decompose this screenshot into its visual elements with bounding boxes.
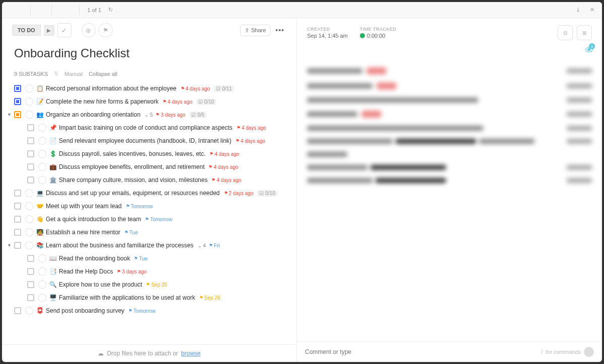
due-flag[interactable]: ⚑4 days ago [236, 138, 265, 144]
task-checkbox[interactable] [27, 163, 34, 170]
task-checkbox[interactable] [14, 98, 21, 105]
task-checkbox[interactable] [27, 294, 34, 301]
task-row[interactable]: 🏛️Share company culture, mission, and vi… [2, 173, 296, 187]
assignee-icon[interactable] [38, 267, 46, 276]
task-row[interactable]: 📖Read the onboarding book⚑Tue [2, 252, 296, 265]
minimize-icon[interactable]: ⤓ [572, 4, 584, 16]
due-flag[interactable]: ⚑4 days ago [211, 177, 241, 183]
task-row[interactable]: 📑Read the Help Docs⚑3 days ago [2, 265, 296, 278]
play-icon[interactable] [360, 33, 365, 38]
task-row[interactable]: 🧑‍🏫Establish a new hire mentor⚑Tue [2, 226, 296, 239]
task-row[interactable]: 👋Get a quick introduction to the team⚑To… [2, 213, 296, 226]
assignee-icon[interactable] [38, 281, 46, 289]
assignee-icon[interactable] [38, 294, 46, 302]
task-checkbox[interactable] [14, 216, 21, 223]
send-icon[interactable] [584, 347, 594, 357]
due-flag[interactable]: ⚑3 days ago [156, 112, 185, 118]
due-flag[interactable]: ⚑4 days ago [237, 125, 266, 131]
task-checkbox[interactable] [14, 203, 21, 210]
comment-box[interactable]: / for commands [297, 341, 602, 362]
assignee-icon[interactable] [25, 189, 33, 197]
activity-icon[interactable]: ⊟ [558, 25, 573, 40]
assignee-icon[interactable] [25, 84, 33, 93]
task-checkbox[interactable] [27, 281, 34, 288]
task-row[interactable]: 📮Send post onboarding survey⚑Tomorrow [2, 304, 296, 317]
task-row[interactable]: 📝Complete the new hire forms & paperwork… [2, 95, 296, 108]
assignee-icon[interactable] [38, 124, 46, 132]
assignee-icon[interactable] [38, 163, 46, 171]
assignee-icon[interactable] [25, 202, 33, 210]
assignee-icon[interactable] [25, 307, 33, 315]
complete-icon[interactable]: ✓ [57, 23, 71, 37]
due-flag[interactable]: ⚑4 days ago [163, 99, 192, 105]
task-checkbox[interactable] [14, 229, 21, 236]
assignee-icon[interactable] [25, 111, 33, 119]
task-checkbox[interactable] [14, 307, 21, 314]
task-row[interactable]: 🤝Meet up with your team lead⚑Tomorrow [2, 200, 296, 213]
sort-label[interactable]: Manual [64, 71, 83, 77]
due-flag[interactable]: ⚑Sep 26 [199, 295, 220, 301]
flag-icon: ⚑ [209, 243, 213, 248]
due-flag[interactable]: ⚑2 days ago [224, 191, 254, 196]
task-row[interactable]: 💻Discuss and set up your emails, equipme… [2, 187, 296, 200]
due-flag[interactable]: ⚑Tue [124, 230, 138, 235]
breadcrumb-tab[interactable] [6, 5, 31, 15]
chevron-down-icon[interactable]: ▼ [7, 112, 12, 117]
due-flag[interactable]: ⚑Fri [209, 243, 220, 248]
task-checkbox[interactable] [14, 190, 21, 197]
due-flag[interactable]: ⚑3 days ago [117, 269, 146, 275]
task-row[interactable]: 🖥️Familiarize with the applications to b… [2, 291, 296, 304]
due-flag[interactable]: ⚑4 days ago [181, 86, 210, 92]
task-row[interactable]: 💲Discuss payroll, sales incentives, bonu… [2, 147, 296, 160]
task-checkbox[interactable] [27, 176, 34, 184]
assignee-icon[interactable] [38, 176, 46, 184]
priority-icon[interactable]: ⚑ [99, 23, 113, 37]
chevron-down-icon[interactable]: ▼ [7, 243, 12, 248]
due-flag[interactable]: ⚑Tomorrow [145, 217, 172, 222]
task-checkbox[interactable] [27, 255, 34, 262]
due-flag[interactable]: ⚑Sep 26 [146, 282, 167, 288]
task-checkbox[interactable] [27, 268, 34, 275]
assignee-icon[interactable] [25, 98, 33, 106]
breadcrumb-tab[interactable] [31, 5, 52, 15]
assignee-icon[interactable] [25, 228, 33, 236]
status-button[interactable]: TO DO [12, 25, 41, 36]
task-checkbox[interactable] [14, 111, 21, 118]
due-flag[interactable]: ⚑Tomorrow [128, 308, 156, 314]
comment-input[interactable] [305, 348, 538, 355]
collapse-all-button[interactable]: Collapse all [89, 71, 117, 77]
task-checkbox[interactable] [27, 150, 34, 157]
more-icon[interactable]: ••• [273, 24, 286, 36]
due-flag[interactable]: ⚑Tomorrow [126, 204, 153, 209]
due-flag[interactable]: ⚑Tue [134, 256, 147, 261]
task-checkbox[interactable] [14, 242, 21, 249]
task-checkbox[interactable] [27, 137, 34, 144]
breadcrumb-tab[interactable] [52, 5, 80, 15]
task-row[interactable]: ▼👥Organize an onboarding orientation⌄ 5⚑… [2, 108, 296, 121]
task-row[interactable]: ▼📚Learn about the business and familiari… [2, 239, 296, 252]
assignee-icon[interactable] [38, 137, 46, 145]
assignee-add-icon[interactable]: ⊕ [82, 23, 96, 37]
assignee-icon[interactable] [38, 150, 46, 158]
status-next-icon[interactable]: ▶ [44, 25, 54, 36]
assignee-icon[interactable] [25, 241, 33, 249]
task-row[interactable]: 📌Impart basic training on code of conduc… [2, 121, 296, 134]
due-flag[interactable]: ⚑4 days ago [209, 151, 239, 157]
task-row[interactable]: 📄Send relevant employee documents (handb… [2, 134, 296, 147]
browse-link[interactable]: browse [181, 350, 201, 357]
assignee-icon[interactable] [25, 215, 33, 223]
task-row[interactable]: 📋Record personal information about the e… [2, 82, 296, 95]
task-title: Establish a new hire mentor [46, 229, 120, 236]
refresh-icon[interactable]: ↻ [105, 5, 115, 15]
task-row[interactable]: 💼Discuss employee benefits, enrollment, … [2, 160, 296, 173]
task-row[interactable]: 🔍Explore how to use the product⚑Sep 26 [2, 278, 296, 291]
task-checkbox[interactable] [14, 85, 21, 92]
share-button[interactable]: ⇪ Share [240, 25, 270, 36]
page-title[interactable]: Onboarding Checklist [2, 42, 296, 68]
assignee-icon[interactable] [38, 254, 46, 262]
task-checkbox[interactable] [27, 124, 34, 131]
due-flag[interactable]: ⚑4 days ago [208, 164, 238, 170]
close-icon[interactable]: ✕ [586, 4, 598, 16]
attachment-dropzone[interactable]: ☁ Drop files here to attach or browse [2, 344, 296, 362]
expand-icon[interactable]: ⊞ [577, 25, 592, 40]
